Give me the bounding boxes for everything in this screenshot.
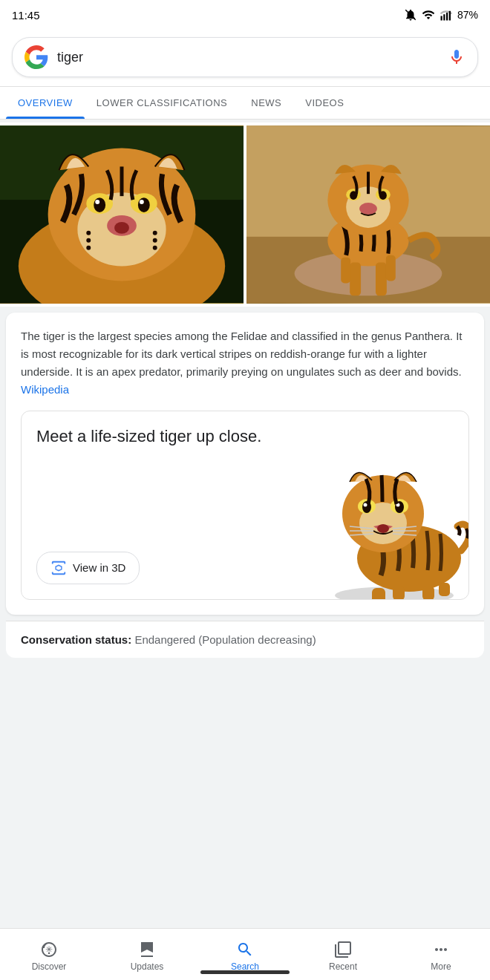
svg-rect-37 (341, 258, 350, 284)
svg-point-22 (153, 238, 157, 243)
search-query: tiger (57, 50, 448, 65)
bottom-nav: ✳ Discover Updates Search Recent More (0, 928, 490, 980)
svg-rect-58 (422, 586, 434, 600)
recent-label: Recent (329, 961, 357, 972)
search-bar-container: tiger (0, 30, 490, 87)
svg-point-23 (153, 246, 157, 250)
conservation-status: Conservation status: Endangered (Populat… (6, 621, 484, 658)
tiger-walking-svg (246, 125, 490, 304)
svg-text:✳: ✳ (45, 944, 53, 955)
status-bar: 11:45 87% (0, 0, 490, 30)
svg-point-12 (94, 197, 105, 212)
svg-rect-59 (439, 583, 450, 596)
svg-point-21 (153, 231, 157, 235)
svg-rect-2 (443, 14, 445, 20)
tab-lower-classifications[interactable]: LOWER CLASSIFICATIONS (85, 87, 239, 119)
tiger-3d-svg (313, 443, 469, 600)
tab-videos[interactable]: VIDEOS (293, 87, 356, 119)
ar-card[interactable]: Meet a life-sized tiger up close. View i… (21, 411, 469, 600)
status-icons: 87% (404, 8, 478, 22)
search-nav-icon (236, 941, 254, 958)
tiger-face-svg (0, 125, 244, 304)
svg-point-20 (86, 246, 91, 250)
signal-icon (440, 8, 453, 22)
tiger-image-1[interactable] (0, 125, 244, 304)
search-bar[interactable]: tiger (12, 37, 478, 77)
conservation-label: Conservation status: (21, 633, 131, 646)
tiger-image-2[interactable] (246, 125, 490, 304)
svg-rect-57 (393, 586, 405, 600)
main-content: The tiger is the largest species among t… (0, 122, 490, 753)
mic-icon[interactable] (448, 48, 466, 66)
google-logo (24, 45, 48, 69)
battery-status: 87% (457, 9, 478, 21)
tab-news[interactable]: NEWS (239, 87, 293, 119)
wikipedia-link[interactable]: Wikipedia (21, 383, 69, 396)
nav-item-updates[interactable]: Updates (98, 941, 196, 972)
svg-rect-1 (440, 16, 442, 21)
nav-item-discover[interactable]: ✳ Discover (0, 941, 98, 972)
notification-muted-icon (404, 8, 417, 22)
svg-point-14 (95, 200, 99, 204)
search-label: Search (231, 961, 259, 972)
nav-item-more[interactable]: More (392, 941, 490, 972)
svg-point-15 (140, 200, 144, 204)
svg-rect-36 (376, 263, 387, 296)
info-card: The tiger is the largest species among t… (6, 313, 484, 615)
nav-item-recent[interactable]: Recent (294, 941, 392, 972)
svg-rect-4 (449, 11, 451, 21)
recent-icon (334, 941, 352, 958)
svg-point-49 (377, 524, 389, 533)
svg-rect-35 (350, 263, 361, 296)
svg-point-19 (86, 238, 91, 243)
status-time: 11:45 (12, 9, 40, 22)
updates-label: Updates (131, 961, 164, 972)
discover-icon: ✳ (40, 941, 58, 958)
view-3d-button[interactable]: View in 3D (36, 552, 140, 584)
svg-point-34 (359, 203, 377, 215)
ar-icon (50, 560, 67, 576)
image-gallery (0, 122, 490, 307)
svg-point-13 (138, 197, 150, 212)
updates-icon (138, 941, 156, 958)
svg-point-17 (114, 222, 129, 234)
tab-overview[interactable]: OVERVIEW (6, 87, 85, 119)
view-3d-label: View in 3D (73, 561, 125, 574)
svg-rect-38 (386, 255, 396, 281)
svg-rect-3 (446, 13, 448, 21)
info-description: The tiger is the largest species among t… (21, 327, 469, 399)
nav-tabs: OVERVIEW LOWER CLASSIFICATIONS NEWS VIDE… (0, 87, 490, 120)
conservation-value: Endangered (Population decreasing) (134, 633, 316, 646)
wifi-icon (422, 8, 435, 22)
nav-item-search[interactable]: Search (196, 941, 294, 972)
svg-point-18 (86, 231, 91, 235)
svg-rect-56 (372, 588, 385, 600)
more-label: More (431, 961, 451, 972)
discover-label: Discover (32, 961, 67, 972)
more-icon (432, 941, 450, 958)
